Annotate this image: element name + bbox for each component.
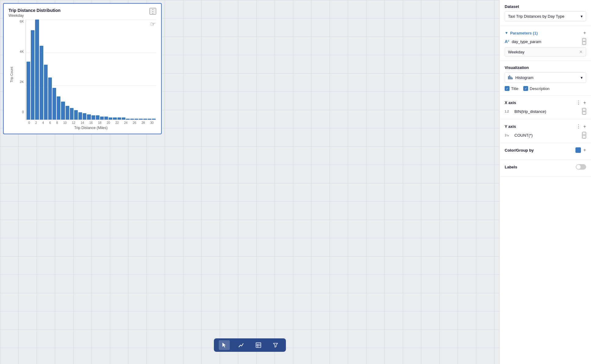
histogram-bar (61, 102, 65, 120)
param-clear-icon[interactable]: ✕ (579, 49, 583, 54)
param-row: Aᶜ day_type_param − (505, 38, 586, 45)
viz-section-title: Visualization (505, 65, 529, 70)
x-axis-tick: 26 (133, 121, 136, 124)
remove-x-field-button[interactable]: − (582, 108, 586, 115)
title-checkbox[interactable]: ✓ (505, 86, 510, 91)
y-ticks: 6K 4K 2K 0 (15, 20, 26, 120)
color-group-title: Color/Group by (505, 148, 534, 153)
dataset-dropdown-label: Taxi Trip Distances by Day Type (508, 14, 564, 19)
param-name: day_type_param (512, 39, 541, 44)
histogram-bar (100, 117, 104, 120)
color-group-header: Color/Group by + (505, 147, 586, 153)
viz-options: ✓ Title ✓ Description (505, 86, 586, 91)
y-axis-menu-button[interactable]: ⋮ (576, 124, 581, 129)
chart-card: Trip Distance Distribution Weekday ⋮ Tri… (3, 3, 162, 134)
parameters-header: ▼ Parameters (1) + (505, 30, 586, 36)
histogram-bar (113, 117, 117, 120)
svg-rect-0 (256, 343, 261, 348)
labels-header: Labels (505, 164, 586, 170)
histogram-bar (35, 20, 39, 120)
description-checkbox[interactable]: ✓ (523, 86, 528, 91)
add-color-group-button[interactable]: + (583, 147, 586, 153)
param-type-icon: Aᶜ (505, 39, 509, 44)
remove-y-field-button[interactable]: − (582, 132, 586, 139)
chart-menu-button[interactable]: ⋮ (150, 8, 156, 15)
filter-tool-button[interactable] (270, 340, 281, 350)
viz-section-header: Visualization (505, 65, 586, 70)
canvas-area: Trip Distance Distribution Weekday ⋮ Tri… (0, 0, 499, 364)
remove-param-button[interactable]: − (582, 38, 586, 45)
x-axis-ticks: 024681012141618202224262830 (15, 121, 156, 124)
histogram-bar (96, 115, 99, 120)
dataset-title: Dataset (505, 4, 519, 9)
y-field-name: COUNT(*) (514, 133, 580, 138)
svg-rect-4 (508, 76, 509, 79)
x-field-name: BIN(trip_distance) (514, 109, 580, 114)
viz-type-dropdown[interactable]: Histogram ▾ (505, 72, 586, 83)
x-axis-tick: 14 (81, 121, 84, 124)
color-group-section: Color/Group by + (500, 143, 591, 160)
svg-rect-6 (510, 77, 511, 79)
title-checkbox-group: ✓ Title (505, 86, 518, 91)
histogram-bar (74, 110, 78, 120)
x-axis-tick: 24 (124, 121, 128, 124)
params-title: Parameters (1) (510, 31, 538, 35)
x-axis-tick: 20 (107, 121, 110, 124)
table-tool-button[interactable] (253, 340, 264, 350)
params-header-group: ▼ Parameters (1) (505, 31, 538, 35)
viz-type-label: Histogram (515, 75, 578, 80)
y-axis-field-row: 1²₃ COUNT(*) − (505, 132, 586, 139)
chart-subtitle: Weekday (9, 13, 60, 18)
histogram-bar (78, 112, 82, 120)
parameters-section: ▼ Parameters (1) + Aᶜ day_type_param − W… (500, 26, 591, 61)
histogram-bar (139, 119, 142, 120)
y-tick-2k: 2K (20, 80, 24, 84)
description-checkbox-group: ✓ Description (523, 86, 550, 91)
y-tick-0: 0 (22, 110, 24, 114)
visualization-section: Visualization Histogram ▾ ✓ Title (500, 61, 591, 96)
x-axis-tick: 12 (72, 121, 75, 124)
histogram-bar (31, 30, 34, 120)
x-axis-tick: 0 (28, 121, 30, 124)
chart-plot-area: 6K 4K 2K 0 (15, 20, 156, 120)
param-value-box: Weekday ✕ (505, 47, 586, 56)
dataset-dropdown[interactable]: Taxi Trip Distances by Day Type ▾ (505, 11, 586, 21)
x-axis-tick: 28 (142, 121, 145, 124)
x-axis-tick: 16 (89, 121, 93, 124)
pointer-tool-button[interactable] (219, 340, 230, 350)
add-param-button[interactable]: + (583, 30, 586, 36)
x-axis-tick: 2 (35, 121, 37, 124)
dataset-dropdown-chevron: ▾ (581, 14, 583, 19)
histogram-bar (117, 117, 121, 120)
histogram-bar (143, 119, 147, 120)
x-axis-field-row: 1.2 BIN(trip_distance) − (505, 108, 586, 115)
labels-toggle[interactable] (576, 164, 586, 170)
svg-rect-7 (512, 77, 513, 79)
add-y-axis-button[interactable]: + (583, 124, 586, 129)
labels-toggle-thumb (576, 165, 581, 169)
x-axis-tick: 22 (115, 121, 119, 124)
params-chevron-icon: ▼ (505, 31, 508, 35)
y-axis-header: Y axis ⋮ + (505, 124, 586, 129)
x-axis-tick: 10 (63, 121, 67, 124)
x-axis-tick: 4 (42, 121, 44, 124)
viz-dropdown-chevron: ▾ (581, 75, 583, 80)
histogram-bar (70, 108, 74, 120)
dataset-section: Dataset Taxi Trip Distances by Day Type … (500, 0, 591, 26)
chart-tool-button[interactable] (236, 340, 247, 350)
y-axis-section: Y axis ⋮ + 1²₃ COUNT(*) − (500, 119, 591, 143)
x-axis-menu-button[interactable]: ⋮ (576, 100, 581, 106)
chart-card-titles: Trip Distance Distribution Weekday (9, 8, 60, 18)
color-group-icons: + (575, 147, 586, 153)
y-axis-label: Trip Count (9, 20, 15, 130)
add-x-axis-button[interactable]: + (583, 100, 586, 106)
x-axis-label: Trip Distance (Miles) (15, 126, 156, 130)
histogram-bar (40, 46, 43, 120)
chart-inner: 6K 4K 2K 0 (15, 20, 156, 130)
histogram-bar (135, 119, 138, 120)
histogram-bar (148, 119, 151, 120)
x-axis-tick: 30 (150, 121, 153, 124)
y-field-type: 1²₃ (505, 134, 512, 137)
histogram-bar (130, 119, 134, 120)
histogram-bar (44, 65, 48, 120)
